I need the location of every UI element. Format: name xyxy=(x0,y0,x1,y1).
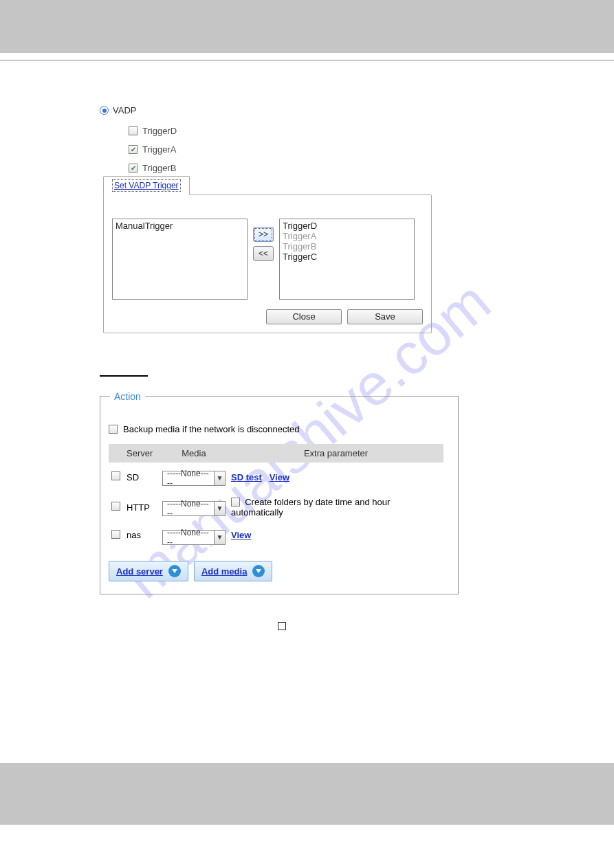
nas-view-link[interactable]: View xyxy=(231,530,251,540)
nas-checkbox[interactable] xyxy=(111,530,120,539)
action-legend: Action xyxy=(110,391,145,402)
sd-view-link[interactable]: View xyxy=(270,472,289,482)
trigger-d-checkbox[interactable] xyxy=(129,126,138,135)
sd-checkbox[interactable] xyxy=(111,471,120,480)
vadp-trigger-panel: Set VADP Trigger ManualTrigger >> << Tri… xyxy=(103,194,432,333)
square-icon xyxy=(278,622,286,630)
chevron-down-icon[interactable]: ▼ xyxy=(214,471,225,485)
save-button[interactable]: Save xyxy=(347,309,423,324)
nas-server-label: nas xyxy=(124,523,160,550)
close-button[interactable]: Close xyxy=(266,309,342,324)
list-item[interactable]: TriggerD xyxy=(283,221,411,231)
list-item[interactable]: TriggerB xyxy=(283,241,411,252)
action-table: Server Media Extra parameter SD -----Non… xyxy=(109,444,443,550)
trigger-a-checkbox[interactable] xyxy=(129,145,138,154)
dropdown-arrow-icon xyxy=(168,565,181,577)
table-row: HTTP -----None----- ▼ Create folders by … xyxy=(109,491,443,523)
dropdown-arrow-icon xyxy=(252,565,265,577)
list-item[interactable]: ManualTrigger xyxy=(116,221,244,231)
action-heading xyxy=(100,371,614,378)
http-media-select[interactable]: -----None----- ▼ xyxy=(162,501,226,516)
trigger-b-label: TriggerB xyxy=(142,163,176,173)
move-right-button[interactable]: >> xyxy=(253,227,274,242)
add-media-button[interactable]: Add media xyxy=(194,561,272,581)
chevron-down-icon[interactable]: ▼ xyxy=(214,531,225,544)
backup-media-label: Backup media if the network is disconnec… xyxy=(123,424,300,434)
vadp-radio-label: VADP xyxy=(113,105,136,115)
add-server-button[interactable]: Add server xyxy=(109,561,188,581)
move-left-button[interactable]: << xyxy=(253,246,274,261)
trigger-d-label: TriggerD xyxy=(142,126,177,136)
http-server-label: HTTP xyxy=(124,491,160,523)
create-folders-checkbox[interactable] xyxy=(231,498,240,507)
backup-media-checkbox[interactable] xyxy=(109,425,118,434)
top-bar xyxy=(0,0,614,53)
available-triggers-listbox[interactable]: ManualTrigger xyxy=(112,219,248,300)
http-checkbox[interactable] xyxy=(111,502,120,511)
set-vadp-trigger-tab[interactable]: Set VADP Trigger xyxy=(103,176,190,195)
th-extra: Extra parameter xyxy=(228,444,443,463)
selected-triggers-listbox[interactable]: TriggerD TriggerA TriggerB TriggerC xyxy=(279,219,415,300)
chevron-down-icon[interactable]: ▼ xyxy=(214,502,225,515)
sd-media-select[interactable]: -----None----- ▼ xyxy=(162,471,226,486)
sd-server-label: SD xyxy=(124,463,160,491)
footer-text xyxy=(62,622,502,632)
vadp-radio[interactable] xyxy=(100,106,109,115)
action-panel: Action Backup media if the network is di… xyxy=(100,396,459,594)
set-vadp-trigger-link[interactable]: Set VADP Trigger xyxy=(112,179,181,192)
trigger-b-checkbox[interactable] xyxy=(129,164,138,173)
create-folders-label: Create folders by date time and hour aut… xyxy=(231,497,390,518)
th-media: Media xyxy=(160,444,228,463)
bottom-bar xyxy=(0,763,614,825)
list-item[interactable]: TriggerC xyxy=(283,252,411,262)
nas-media-select[interactable]: -----None----- ▼ xyxy=(162,530,226,545)
trigger-a-label: TriggerA xyxy=(142,144,176,155)
table-row: nas -----None----- ▼ View xyxy=(109,523,443,550)
th-server: Server xyxy=(124,444,160,463)
list-item[interactable]: TriggerA xyxy=(283,231,411,241)
table-row: SD -----None----- ▼ SD test View xyxy=(109,463,443,491)
sd-test-link[interactable]: SD test xyxy=(231,472,262,482)
